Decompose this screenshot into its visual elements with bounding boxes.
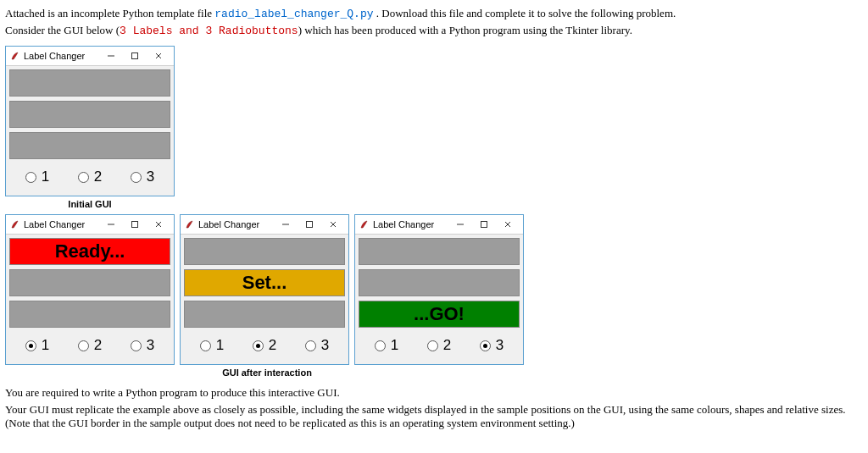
svg-rect-9	[307, 222, 313, 228]
window-title: Label Changer	[198, 219, 274, 229]
radio-3[interactable]: 3	[131, 168, 154, 185]
radio-indicator	[131, 340, 142, 351]
close-button[interactable]	[147, 216, 170, 233]
titlebar: Label Changer	[6, 47, 174, 66]
radio-label: 2	[269, 337, 276, 354]
maximize-button[interactable]	[123, 47, 147, 64]
radio-1[interactable]: 1	[200, 337, 224, 354]
label-3	[184, 301, 345, 328]
radio-indicator	[427, 340, 438, 351]
outro-line-2: Your GUI must replicate the example abov…	[5, 403, 863, 430]
tk-feather-icon	[359, 219, 369, 229]
minimize-button[interactable]	[274, 216, 298, 233]
maximize-button[interactable]	[123, 216, 147, 233]
svg-rect-13	[481, 222, 487, 228]
label-1	[184, 238, 345, 265]
radio-2[interactable]: 2	[253, 337, 276, 354]
label-2	[9, 101, 170, 128]
window-title: Label Changer	[24, 51, 99, 61]
radio-label: 1	[42, 168, 49, 185]
label-text: Ready...	[55, 240, 125, 262]
tk-feather-icon	[9, 51, 19, 61]
radio-2[interactable]: 2	[78, 337, 102, 354]
gui-window-state-2: Label Changer Set... 1 2 3	[180, 214, 349, 365]
label-2: Set...	[184, 269, 345, 296]
gui-window-state-3: Label Changer ...GO! 1 2 3	[354, 214, 524, 365]
radio-indicator	[253, 340, 264, 351]
titlebar: Label Changer	[181, 215, 348, 235]
radio-1[interactable]: 1	[375, 337, 398, 354]
intro-text: ) which has been produced with a Python …	[298, 24, 632, 36]
titlebar: Label Changer	[355, 215, 523, 235]
close-button[interactable]	[321, 216, 345, 233]
label-text: ...GO!	[414, 303, 465, 325]
radio-indicator	[480, 340, 491, 351]
radio-label: 3	[147, 168, 154, 185]
label-1	[359, 238, 520, 265]
intro-text: Attached is an incomplete Python templat…	[5, 7, 214, 19]
radio-indicator	[305, 340, 316, 351]
intro-text: Consider the GUI below (	[5, 24, 120, 36]
radio-3[interactable]: 3	[305, 337, 329, 354]
radio-label: 3	[496, 337, 504, 354]
caption-after: GUI after interaction	[5, 367, 529, 378]
radio-label: 1	[391, 337, 398, 354]
radio-indicator	[78, 172, 89, 183]
radio-2[interactable]: 2	[427, 337, 451, 354]
svg-rect-1	[132, 53, 138, 59]
label-1	[9, 69, 170, 97]
close-button[interactable]	[147, 47, 170, 64]
intro-line-1: Attached is an incomplete Python templat…	[5, 7, 863, 20]
radio-label: 3	[147, 337, 154, 354]
radio-label: 2	[94, 337, 102, 354]
radio-1[interactable]: 1	[25, 168, 49, 185]
maximize-button[interactable]	[298, 216, 321, 233]
label-2	[9, 269, 170, 296]
radio-label: 3	[321, 337, 329, 354]
radio-indicator	[25, 172, 36, 183]
outro-line-1: You are required to write a Python progr…	[5, 386, 863, 400]
minimize-button[interactable]	[99, 47, 123, 64]
titlebar: Label Changer	[6, 215, 174, 235]
radio-3[interactable]: 3	[131, 337, 154, 354]
gui-window-state-1: Label Changer Ready... 1 2 3	[5, 214, 175, 365]
radio-label: 1	[42, 337, 49, 354]
caption-initial: Initial GUI	[68, 199, 111, 209]
close-button[interactable]	[496, 216, 520, 233]
minimize-button[interactable]	[99, 216, 123, 233]
label-3	[9, 132, 170, 159]
radio-indicator	[375, 340, 386, 351]
radio-label: 2	[443, 337, 451, 354]
radio-3[interactable]: 3	[480, 337, 504, 354]
minimize-button[interactable]	[448, 216, 472, 233]
label-1: Ready...	[9, 238, 170, 265]
radio-1[interactable]: 1	[25, 337, 49, 354]
radio-indicator	[200, 340, 211, 351]
label-3	[9, 301, 170, 328]
intro-line-2: Consider the GUI below (3 Labels and 3 R…	[5, 24, 863, 37]
tk-feather-icon	[184, 219, 194, 229]
radio-indicator	[78, 340, 89, 351]
svg-rect-5	[132, 222, 138, 228]
filename-code: radio_label_changer_Q.py	[214, 8, 373, 20]
maximize-button[interactable]	[472, 216, 496, 233]
radio-label: 1	[216, 337, 224, 354]
initial-gui-window: Label Changer 1 2 3	[5, 46, 175, 196]
radio-label: 2	[94, 168, 102, 185]
label-3: ...GO!	[359, 301, 520, 328]
radio-indicator	[131, 172, 142, 183]
label-2	[359, 269, 520, 296]
window-title: Label Changer	[24, 219, 99, 229]
widgets-code: 3 Labels and 3 Radiobuttons	[120, 25, 298, 37]
label-text: Set...	[242, 272, 287, 294]
tk-feather-icon	[9, 219, 19, 229]
radio-2[interactable]: 2	[78, 168, 102, 185]
window-title: Label Changer	[373, 219, 448, 229]
intro-text: . Download this file and complete it to …	[374, 7, 676, 19]
radio-indicator	[25, 340, 36, 351]
